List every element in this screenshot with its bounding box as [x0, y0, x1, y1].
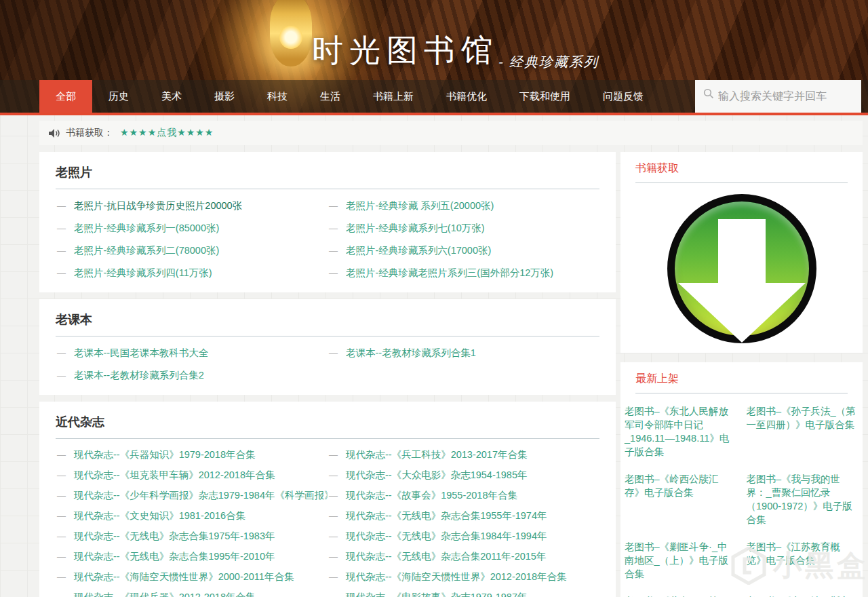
- divider: [56, 336, 599, 336]
- dash-bullet-icon: —: [329, 531, 338, 541]
- section-old-textbooks: 老课本 —老课本--民国老课本教科书大全 —老课本--老教材珍藏系列合集2 —老…: [39, 299, 616, 395]
- download-arrow-stem: [718, 219, 766, 283]
- list-item: —现代杂志--《无线电》杂志合集1995年-2010年: [56, 546, 328, 566]
- section-title: 老照片: [56, 161, 599, 189]
- link-list: —老照片-抗日战争珍贵历史照片20000张 —老照片-经典珍藏系列一(85000…: [56, 195, 328, 284]
- dash-bullet-icon: —: [57, 348, 66, 358]
- book-link[interactable]: 老图书–《共产国际第2次: [625, 594, 737, 597]
- book-link[interactable]: 老照片-经典珍藏系列一(85000张): [74, 222, 219, 235]
- book-link[interactable]: 老照片-经典珍藏老照片系列三(国外部分12万张): [346, 267, 553, 280]
- book-link[interactable]: 老照片-经典珍藏系列七(10万张): [346, 222, 485, 235]
- dash-bullet-icon: —: [57, 511, 66, 521]
- list-item: —老课本--老教材珍藏系列合集2: [56, 364, 328, 387]
- book-link[interactable]: 现代杂志--《少年科学画报》杂志1979-1984年《科学画报》: [74, 489, 328, 502]
- link-list: —现代杂志--《兵工科技》2013-2017年合集 —现代杂志--《大众电影》杂…: [328, 444, 599, 597]
- dash-bullet-icon: —: [329, 348, 338, 358]
- lantern-image: [270, 0, 312, 66]
- tab-new-books[interactable]: 书籍上新: [357, 80, 430, 113]
- book-link[interactable]: 现代杂志--《坦克装甲车辆》2012-2018年合集: [74, 469, 275, 482]
- announcement-label: 书籍获取：: [66, 127, 113, 139]
- dash-bullet-icon: —: [329, 490, 338, 501]
- book-link[interactable]: 现代杂志--《大众电影》杂志1954-1985年: [346, 469, 528, 482]
- list-item: —现代杂志--《兵工科技》2013-2017年合集: [328, 444, 599, 465]
- dash-bullet-icon: —: [329, 450, 338, 460]
- list-item: —现代杂志--《海陆空天惯性世界》2000-2011年合集: [56, 566, 328, 587]
- list-item: —老照片-经典珍藏系列七(10万张): [328, 217, 599, 239]
- book-link[interactable]: 老课本--老教材珍藏系列合集1: [346, 347, 476, 360]
- list-item: —老照片-经典珍藏系列一(85000张): [56, 217, 328, 239]
- book-link[interactable]: 现代杂志--《故事会》1955-2018年合集: [346, 489, 517, 502]
- section-title: 近代杂志: [56, 411, 599, 438]
- book-link[interactable]: 老照片-经典珍藏系列二(78000张): [74, 244, 219, 257]
- book-link[interactable]: 现代杂志--《兵工科技》2013-2017年合集: [346, 448, 528, 461]
- section-title: 老课本: [56, 309, 599, 336]
- book-link[interactable]: 老图书–《岭西公牍汇存》电子版合集: [625, 472, 737, 526]
- book-link[interactable]: 现代杂志--《现代兵器》2012-2018年合集: [74, 591, 256, 597]
- dash-bullet-icon: —: [57, 246, 66, 256]
- book-link[interactable]: 老图书–《孙子兵法_（第一至四册）》电子版合集: [747, 404, 859, 459]
- main-nav: 全部 历史 美术 摄影 科技 生活 书籍上新 书籍优化 下载和使用 问题反馈: [0, 80, 868, 113]
- book-link[interactable]: 老图书–《剿匪斗争·_中南地区_（上）》电子版合集: [625, 540, 737, 581]
- tab-all[interactable]: 全部: [39, 80, 92, 113]
- dash-bullet-icon: —: [57, 201, 66, 211]
- dash-bullet-icon: —: [57, 223, 66, 233]
- book-link[interactable]: 老图书–《东北人民解放军司令部阵中日记_1946.11—1948.11》电子版合…: [625, 404, 737, 459]
- book-link[interactable]: 现代杂志--《兵器知识》1979-2018年合集: [74, 448, 256, 461]
- tab-art[interactable]: 美术: [145, 80, 198, 113]
- search-icon: [703, 88, 714, 99]
- search-input[interactable]: [718, 90, 854, 102]
- book-link[interactable]: 现代杂志--《无线电》杂志合集2011年-2015年: [346, 550, 546, 563]
- book-link[interactable]: 老图书–《江苏教育概览》电子版合集: [747, 540, 859, 581]
- list-item: —现代杂志--《兵器知识》1979-2018年合集: [56, 444, 328, 465]
- list-item: —现代杂志--《海陆空天惯性世界》2012-2018年合集: [328, 566, 599, 587]
- tab-feedback[interactable]: 问题反馈: [587, 80, 660, 113]
- dash-bullet-icon: —: [57, 531, 66, 541]
- book-link[interactable]: 老图书–《我与我的世界：_曹聚仁回忆录（1900-1972）》电子版合集: [747, 472, 859, 526]
- announcement-link[interactable]: ★★★★点我★★★★: [120, 127, 214, 139]
- download-arrow-icon[interactable]: [667, 194, 816, 343]
- latest-books-grid: 老图书–《东北人民解放军司令部阵中日记_1946.11—1948.11》电子版合…: [623, 402, 860, 597]
- list-item: —现代杂志--《文史知识》1981-2016合集: [56, 505, 328, 526]
- tab-technology[interactable]: 科技: [251, 80, 304, 113]
- dash-bullet-icon: —: [329, 552, 338, 562]
- list-item: —现代杂志--《无线电》杂志合集1984年-1994年: [328, 526, 599, 546]
- list-item: —老照片-经典珍藏老照片系列三(国外部分12万张): [328, 262, 599, 284]
- dash-bullet-icon: —: [329, 246, 338, 256]
- tab-history[interactable]: 历史: [92, 80, 145, 113]
- widget-title: 最新上架: [635, 372, 848, 393]
- book-link[interactable]: 老照片-经典珍藏 系列五(20000张): [346, 199, 494, 212]
- book-link[interactable]: 现代杂志--《文史知识》1981-2016合集: [74, 509, 245, 522]
- divider: [56, 189, 599, 189]
- list-item: —老照片-经典珍藏系列二(78000张): [56, 239, 328, 262]
- list-item: —现代杂志--《无线电》杂志合集2011年-2015年: [328, 546, 599, 566]
- dash-bullet-icon: —: [329, 223, 338, 233]
- book-link[interactable]: 现代杂志--《无线电》杂志合集1984年-1994年: [346, 530, 547, 543]
- dash-bullet-icon: —: [57, 450, 66, 460]
- book-link[interactable]: 老照片-抗日战争珍贵历史照片20000张: [74, 199, 242, 212]
- tab-download-usage[interactable]: 下载和使用: [503, 80, 587, 113]
- book-link[interactable]: 现代杂志--《海陆空天惯性世界》2012-2018年合集: [346, 571, 567, 583]
- book-link[interactable]: 现代杂志--《海陆空天惯性世界》2000-2011年合集: [74, 571, 294, 583]
- book-link[interactable]: 老课本--民国老课本教科书大全: [74, 347, 208, 360]
- widget-book-download: 书籍获取: [620, 152, 863, 353]
- tab-photography[interactable]: 摄影: [198, 80, 251, 113]
- announcement-bar: 书籍获取： ★★★★点我★★★★: [39, 121, 863, 145]
- book-link[interactable]: 老照片-经典珍藏系列四(11万张): [74, 267, 212, 280]
- dash-bullet-icon: —: [57, 552, 66, 562]
- lantern-glow: [279, 26, 302, 49]
- tab-life[interactable]: 生活: [304, 80, 357, 113]
- book-link[interactable]: 老课本--老教材珍藏系列合集2: [74, 369, 204, 382]
- book-link[interactable]: 现代杂志--《电影故事》杂志1979-1987年: [346, 591, 528, 597]
- list-item: —现代杂志--《无线电》杂志合集1955年-1974年: [328, 505, 599, 526]
- book-link[interactable]: 现代杂志--《无线电》杂志合集1995年-2010年: [74, 550, 275, 563]
- book-link[interactable]: 现代杂志--《无线电》杂志合集1955年-1974年: [346, 509, 547, 522]
- tab-book-optimization[interactable]: 书籍优化: [430, 80, 503, 113]
- list-item: —现代杂志--《无线电》杂志合集1975年-1983年: [56, 526, 328, 546]
- list-item: —老照片-经典珍藏系列四(11万张): [56, 262, 328, 284]
- list-item: —老照片-经典珍藏 系列五(20000张): [328, 195, 599, 217]
- book-link[interactable]: 老图书–《中国法西斯主: [747, 594, 859, 597]
- search-box: [695, 80, 861, 113]
- book-link[interactable]: 现代杂志--《无线电》杂志合集1975年-1983年: [74, 530, 275, 543]
- book-link[interactable]: 老照片-经典珍藏系列六(17000张): [346, 244, 491, 257]
- dash-bullet-icon: —: [329, 572, 338, 582]
